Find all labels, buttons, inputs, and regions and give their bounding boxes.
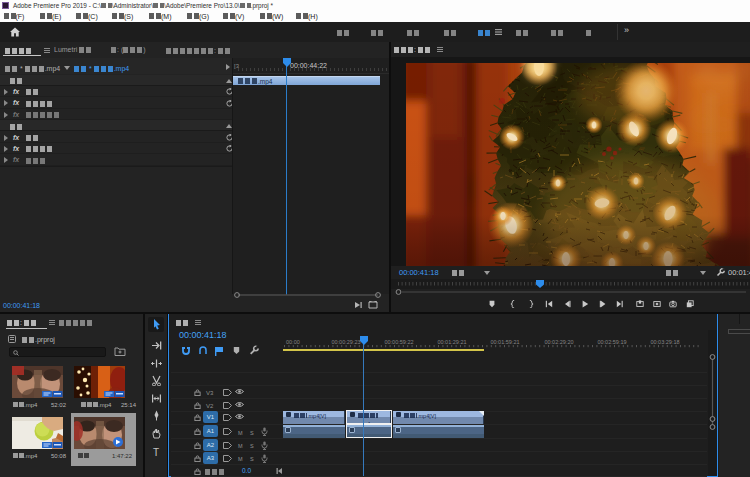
svg-text:T: T <box>153 447 159 458</box>
